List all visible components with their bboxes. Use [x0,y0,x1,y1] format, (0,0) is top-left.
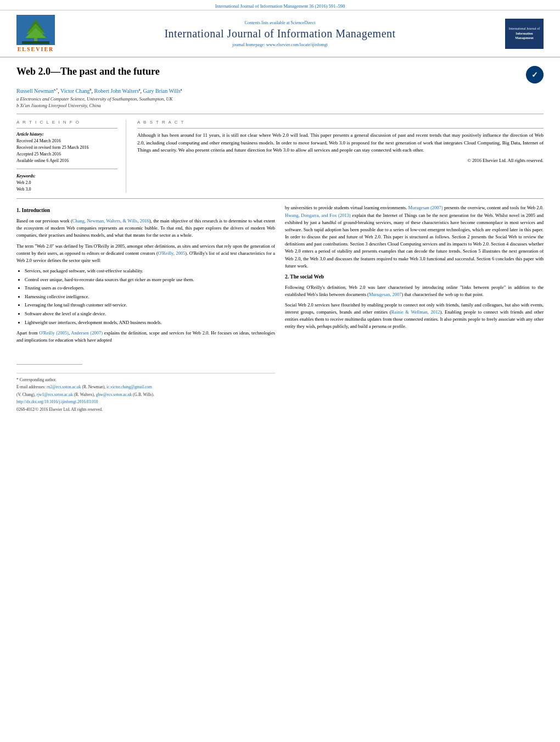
email-walters[interactable]: rjw1@ecs.soton.ac.uk [37,392,73,397]
affiliation-a: a Electronics and Computer Science, Univ… [16,96,544,102]
elsevier-label: ELSEVIER [18,46,54,52]
contents-available-line: Contents lists available at ScienceDirec… [60,20,500,25]
bullet-list: Services, not packaged software, with co… [25,267,275,326]
author-robert: Robert John Walters [94,88,139,94]
abstract-label: A B S T R A C T [137,120,544,125]
ref-chang-2016[interactable]: Chang, Newman, Walters, & Wills, 2016 [72,218,149,224]
received-date: Received 24 March 2016 [16,138,117,144]
ref-murugesan-2007-2[interactable]: Murugesan, 2007 [369,292,402,297]
page: International Journal of Information Man… [0,0,560,742]
ref-oreilly-2005-2[interactable]: O'Reilly (2005) [39,330,69,336]
article-info-label: A R T I C L E I N F O [16,120,117,125]
article-body: Web 2.0—The past and the future ✓ Russel… [0,58,560,422]
ref-murugesan-2007-1[interactable]: Murugesan (2007) [408,205,443,210]
ref-hwang-2013[interactable]: Hwang, Dongarra, and Fox (2013) [285,213,351,218]
ref-andersen-2007[interactable]: Andersen (2007) [71,330,103,336]
abstract-copyright: © 2016 Elsevier Ltd. All rights reserved… [137,158,544,163]
left-column: 1. Introduction Based on our previous wo… [16,204,275,414]
info-abstract-row: A R T I C L E I N F O Article history: R… [16,120,544,193]
crossmark-icon[interactable]: ✓ [526,66,544,83]
footnote-corresponding: * Corresponding author. [16,377,275,383]
main-columns: 1. Introduction Based on our previous wo… [16,204,544,414]
ref-rainie-2012[interactable]: Rainie & Wellman, 2012 [391,309,440,315]
bullet-item-1: Services, not packaged software, with co… [25,267,275,275]
journal-reference-text: International Journal of Information Man… [215,3,345,9]
article-footer: * Corresponding author. E-mail addresses… [16,373,275,413]
journal-logo-right: International Journal ofInformationManag… [500,19,549,49]
intro-heading: 1. Introduction [16,207,275,215]
keywords-label: Keywords: [16,174,117,178]
email-wills[interactable]: gbw@ecs.soton.ac.uk [96,392,132,397]
author-victor: Victor Chang [60,88,90,94]
intro-paragraph-1: Based on our previous work (Chang, Newma… [16,217,275,239]
bullet-item-7: Lightweight user interfaces, development… [25,319,275,327]
footnote-emails-2: (V. Chang), rjw1@ecs.soton.ac.uk (R. Wal… [16,392,275,398]
article-title: Web 2.0—The past and the future [16,66,160,77]
article-info-column: A R T I C L E I N F O Article history: R… [16,120,126,193]
keyword-1: Web 2.0 [16,180,117,186]
ref-oreilly-2005-1[interactable]: O'Reilly, 2005 [158,250,185,256]
email-chang[interactable]: ic.victor.chang@gmail.com [107,384,152,389]
bullet-item-4: Harnessing collective intelligence. [25,293,275,301]
social-web-paragraph-1: Following O'Reilly's definition, Web 2.0… [285,284,544,298]
author-gary: Gary Brian Wills [143,88,181,94]
elsevier-logo: ELSEVIER [11,15,60,52]
footnote-emails: E-mail addresses: rn2@ecs.soton.ac.uk (R… [16,384,275,390]
homepage-line: journal homepage: www.elsevier.com/locat… [60,42,500,47]
intro-paragraph-2: The term "Web 2.0" was defined by Tim O'… [16,243,275,265]
available-date: Available online 6 April 2016 [16,158,117,164]
history-label: Article history: [16,132,117,137]
article-history-group: Article history: Received 24 March 2016 … [16,132,117,164]
email-newman[interactable]: rn2@ecs.soton.ac.uk [47,384,81,389]
elsevier-tree-image [16,15,55,45]
footnotes-area: * Corresponding author. E-mail addresses… [16,348,275,413]
journal-title-center: Contents lists available at ScienceDirec… [60,20,500,47]
intro-paragraph-3: Apart from O'Reilly (2005), Andersen (20… [16,330,275,344]
sciencedirect-link[interactable]: ScienceDirect [291,20,316,25]
keyword-2: Web 3.0 [16,186,117,193]
doi-link[interactable]: http://dx.doi.org/10.1016/j.ijinfomgt.20… [16,399,275,405]
received-revised-date: Received in revised form 25 March 2016 [16,144,117,151]
issn-line: 0268-4012/© 2016 Elsevier Ltd. All right… [16,406,275,413]
journal-reference-line: International Journal of Information Man… [0,0,560,10]
bullet-item-2: Control over unique, hard-to-recreate da… [25,276,275,284]
abstract-column: A B S T R A C T Although it has been aro… [137,120,544,193]
bullet-item-6: Software above the level of a single dev… [25,310,275,318]
divider-after-abstract [16,198,544,199]
svg-rect-5 [22,41,49,44]
affiliation-b: b Xi'an Jiaotong Liverpool University, C… [16,103,544,108]
homepage-url[interactable]: www.elsevier.com/locate/ijinfomgt [266,42,328,47]
right-paragraph-1: by universities to provide students virt… [285,204,544,270]
divider-after-affiliations [16,114,544,114]
keywords-section: Keywords: Web 2.0 Web 3.0 [16,174,117,193]
journal-title: International Journal of Information Man… [60,27,500,40]
journal-banner: ELSEVIER Contents lists available at Sci… [0,10,560,58]
authors-line: Russell Newmana,*, Victor Changb, Robert… [16,88,544,94]
accepted-date: Accepted 25 March 2016 [16,151,117,158]
social-web-heading: 2. The social Web [285,273,544,281]
abstract-text: Although it has been around for 11 years… [137,132,544,154]
bullet-item-5: Leveraging the long tail through custome… [25,302,275,309]
article-title-section: Web 2.0—The past and the future ✓ [16,66,544,83]
social-web-paragraph-2: Social Web 2.0 services have flourished … [285,302,544,331]
bullet-item-3: Trusting users as co-developers. [25,284,275,292]
author-russell: Russell Newman [16,88,54,94]
right-column: by universities to provide students virt… [285,204,544,414]
journal-logo-box: International Journal ofInformationManag… [505,19,544,49]
